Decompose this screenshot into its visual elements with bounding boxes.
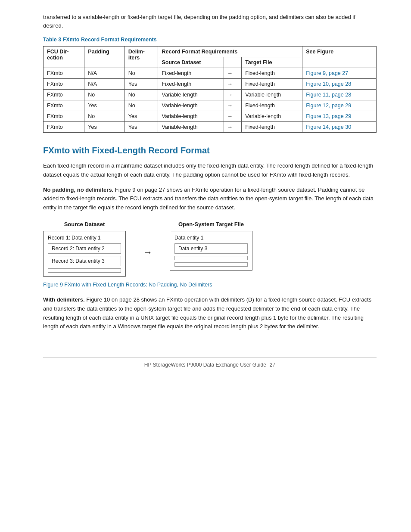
source-record-2: Record 3: Data entity 3 xyxy=(48,256,121,266)
cell-padding: N/A xyxy=(84,79,125,90)
cell-arrow: → xyxy=(224,79,242,90)
table-row: FXmtoN/AYesFixed-length→Fixed-lengthFigu… xyxy=(44,79,377,90)
col-source-dataset: Source Dataset xyxy=(158,57,224,68)
cell-delimiters: No xyxy=(125,68,158,79)
cell-padding: No xyxy=(84,111,125,122)
cell-fcu: FXmto xyxy=(44,100,84,111)
cell-arrow: → xyxy=(224,90,242,100)
figure-caption: Figure 9 FXmto with Fixed-Length Records… xyxy=(43,282,377,288)
target-file-column: Open-System Target File Data entity 1 Da… xyxy=(170,221,252,271)
figure-area: Source Dataset Record 1: Data entity 1 R… xyxy=(43,221,377,277)
transfer-arrow: → xyxy=(143,221,153,258)
cell-target: Variable-length xyxy=(242,90,302,100)
section-para2: No padding, no delimiters. Figure 9 on p… xyxy=(43,186,377,212)
cell-fcu: FXmto xyxy=(44,111,84,122)
cell-fcu: FXmto xyxy=(44,79,84,90)
cell-padding: N/A xyxy=(84,68,125,79)
target-box: Data entity 1 Data entity 3 xyxy=(170,231,252,271)
cell-figure[interactable]: Figure 12, page 29 xyxy=(302,100,377,111)
table-row: FXmtoYesYesVariable-length→Fixed-lengthF… xyxy=(44,122,377,133)
cell-source: Variable-length xyxy=(158,111,224,122)
cell-figure[interactable]: Figure 11, page 28 xyxy=(302,90,377,100)
intro-paragraph: transferred to a variable-length or fixe… xyxy=(43,13,377,30)
source-dataset-title: Source Dataset xyxy=(64,221,105,227)
cell-source: Fixed-length xyxy=(158,68,224,79)
source-box: Record 1: Data entity 1 Record 2: Data e… xyxy=(43,231,126,277)
col-see-figure: See Figure xyxy=(302,47,377,68)
col-padding: Padding xyxy=(84,47,125,68)
col-fcu-direction: FCU Dir-ection xyxy=(44,47,84,68)
target-record-2 xyxy=(174,256,248,260)
cell-figure[interactable]: Figure 9, page 27 xyxy=(302,68,377,79)
section-heading: FXmto with Fixed-Length Record Format xyxy=(43,146,377,156)
cell-padding: Yes xyxy=(84,100,125,111)
source-dataset-column: Source Dataset Record 1: Data entity 1 R… xyxy=(43,221,126,277)
cell-target: Variable-length xyxy=(242,111,302,122)
source-record-3 xyxy=(48,268,121,273)
cell-fcu: FXmto xyxy=(44,68,84,79)
section-para1: Each fixed-length record in a mainframe … xyxy=(43,162,377,180)
col-target-file: Target File xyxy=(242,57,302,68)
cell-target: Fixed-length xyxy=(242,68,302,79)
para2-bold: No padding, no delimiters. xyxy=(43,187,113,193)
col-record-format: Record Format Requirements xyxy=(158,47,302,57)
footer-page: 27 xyxy=(270,362,275,368)
cell-delimiters: No xyxy=(125,90,158,100)
cell-padding: No xyxy=(84,90,125,100)
cell-figure[interactable]: Figure 14, page 30 xyxy=(302,122,377,133)
table-row: FXmtoNoYesVariable-length→Variable-lengt… xyxy=(44,111,377,122)
cell-fcu: FXmto xyxy=(44,90,84,100)
target-record-length-row: Data entity 1 xyxy=(174,235,248,241)
footer-text: HP StorageWorks P9000 Data Exchange User… xyxy=(144,362,266,368)
cell-source: Fixed-length xyxy=(158,79,224,90)
cell-arrow: → xyxy=(224,100,242,111)
table-row: FXmtoN/ANoFixed-length→Fixed-lengthFigur… xyxy=(44,68,377,79)
para3-bold: With delimiters. xyxy=(43,296,85,303)
table-row: FXmtoYesNoVariable-length→Fixed-lengthFi… xyxy=(44,100,377,111)
target-record-1: Data entity 3 xyxy=(174,243,248,254)
cell-arrow: → xyxy=(224,68,242,79)
cell-delimiters: Yes xyxy=(125,79,158,90)
cell-source: Variable-length xyxy=(158,122,224,133)
cell-target: Fixed-length xyxy=(242,100,302,111)
col-delimiters: Delim-iters xyxy=(125,47,158,68)
cell-arrow: → xyxy=(224,111,242,122)
cell-delimiters: Yes xyxy=(125,111,158,122)
requirements-table: FCU Dir-ection Padding Delim-iters Recor… xyxy=(43,46,377,133)
cell-figure[interactable]: Figure 13, page 29 xyxy=(302,111,377,122)
cell-delimiters: No xyxy=(125,100,158,111)
col-arrow-spacer xyxy=(224,57,242,68)
table-title: Table 3 FXmto Record Format Requirements xyxy=(43,37,377,43)
source-record-1: Record 2: Data entity 2 xyxy=(48,243,121,254)
table-row: FXmtoNoNoVariable-length→Variable-length… xyxy=(44,90,377,100)
footer: HP StorageWorks P9000 Data Exchange User… xyxy=(43,357,377,368)
right-transfer-arrow-icon: → xyxy=(143,247,153,258)
cell-target: Fixed-length xyxy=(242,79,302,90)
cell-padding: Yes xyxy=(84,122,125,133)
cell-source: Variable-length xyxy=(158,90,224,100)
cell-arrow: → xyxy=(224,122,242,133)
cell-delimiters: Yes xyxy=(125,122,158,133)
cell-fcu: FXmto xyxy=(44,122,84,133)
cell-source: Variable-length xyxy=(158,100,224,111)
para3-rest: Figure 10 on page 28 shows an FXmto oper… xyxy=(43,296,371,330)
source-record-length-row: Record 1: Data entity 1 xyxy=(48,235,121,241)
target-file-title: Open-System Target File xyxy=(178,221,244,227)
cell-figure[interactable]: Figure 10, page 28 xyxy=(302,79,377,90)
section-para3: With delimiters. Figure 10 on page 28 sh… xyxy=(43,296,377,331)
target-record-3 xyxy=(174,262,248,267)
cell-target: Fixed-length xyxy=(242,122,302,133)
